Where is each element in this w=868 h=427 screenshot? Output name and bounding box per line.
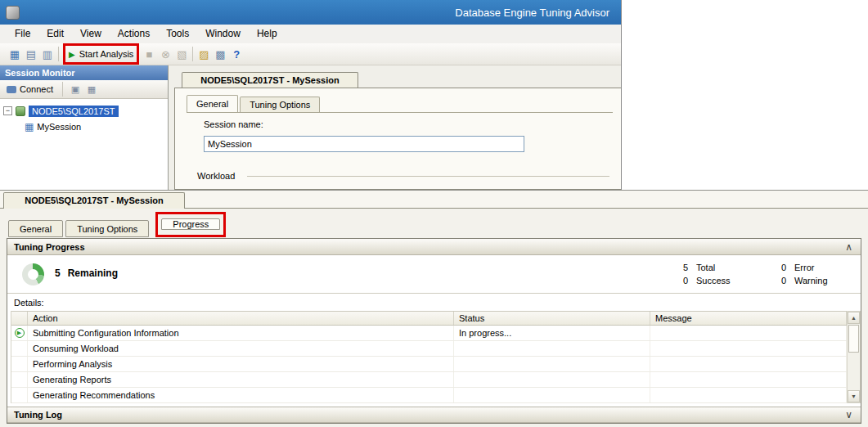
- highlight-box-start-analysis: ▶ Start Analysis: [63, 43, 139, 65]
- column-header-message[interactable]: Message: [650, 312, 847, 325]
- menu-edit[interactable]: Edit: [38, 25, 72, 43]
- progress-document-tab[interactable]: NODE5\SQL2017ST - MySession: [3, 192, 185, 209]
- stat-warning-label: Warning: [794, 274, 828, 287]
- column-header-status[interactable]: Status: [454, 312, 650, 325]
- menu-tools[interactable]: Tools: [158, 25, 197, 43]
- tree-row-session[interactable]: ▦ MySession: [0, 119, 168, 134]
- stat-error: 0 Error: [778, 261, 828, 274]
- monitor-sessions-icon[interactable]: ▤: [23, 46, 39, 62]
- tuning-progress-section-bar[interactable]: Tuning Progress ∧: [7, 239, 861, 255]
- session-document-panel: General Tuning Options Session name: Wor…: [174, 88, 621, 190]
- workload-groupbox-label: Workload: [197, 171, 235, 181]
- table-row[interactable]: Generating Reports: [11, 372, 847, 388]
- cell-message: [650, 326, 847, 340]
- row-indicator-cell: ▶: [11, 326, 28, 340]
- start-analysis-button[interactable]: ▶ Start Analysis: [69, 49, 133, 59]
- menu-view[interactable]: View: [72, 25, 110, 43]
- clone-session-icon[interactable]: ▧: [173, 46, 190, 62]
- progress-panel: Tuning Progress ∧ 5 Remaining 5 Total 0: [7, 238, 861, 424]
- help-icon[interactable]: ?: [228, 46, 245, 62]
- stat-error-value: 0: [778, 261, 786, 274]
- table-row[interactable]: Consuming Workload: [11, 341, 847, 357]
- cell-message: [650, 388, 847, 402]
- tab-tuning-options[interactable]: Tuning Options: [240, 97, 320, 112]
- tab-general-bottom[interactable]: General: [8, 220, 63, 237]
- column-header-action[interactable]: Action: [28, 312, 454, 325]
- menu-actions[interactable]: Actions: [110, 25, 158, 43]
- stats-column-1: 5 Total 0 Success: [680, 261, 731, 287]
- scroll-up-icon[interactable]: ▲: [848, 312, 860, 324]
- tree-expander-icon[interactable]: −: [3, 106, 12, 115]
- cell-status: [454, 388, 650, 402]
- tuning-advisor-main-window: Database Engine Tuning Advisor File Edit…: [0, 0, 622, 190]
- title-bar[interactable]: Database Engine Tuning Advisor: [0, 0, 621, 25]
- cancel-analysis-icon[interactable]: ⊗: [157, 46, 173, 62]
- cell-message: [650, 341, 847, 356]
- menu-file[interactable]: File: [7, 25, 38, 43]
- row-indicator-cell: [11, 388, 28, 402]
- app-icon: [6, 6, 20, 20]
- server-node-label[interactable]: NODE5\SQL2017ST: [29, 106, 119, 117]
- preview-workload-icon[interactable]: ▥: [39, 46, 56, 62]
- document-area: NODE5\SQL2017ST - MySession General Tuni…: [169, 65, 621, 190]
- cell-status: [454, 341, 650, 356]
- cell-action: Consuming Workload: [28, 341, 454, 356]
- new-session-icon[interactable]: ▦: [7, 46, 23, 62]
- export-options-icon[interactable]: ▩: [212, 46, 228, 62]
- import-options-icon[interactable]: ▨: [196, 46, 212, 62]
- menu-help[interactable]: Help: [249, 25, 286, 43]
- table-scrollbar[interactable]: ▲ ▼: [847, 311, 861, 403]
- collapse-chevron-icon[interactable]: ∧: [845, 242, 852, 252]
- progress-summary: 5 Remaining 5 Total 0 Success 0: [7, 255, 861, 294]
- scroll-down-icon[interactable]: ▼: [848, 390, 860, 402]
- progress-details-table: Action Status Message ▶ Submitting Confi…: [11, 311, 847, 403]
- in-progress-icon: ▶: [15, 328, 25, 338]
- expand-chevron-icon[interactable]: ∨: [845, 410, 852, 420]
- session-node-label[interactable]: MySession: [37, 122, 81, 132]
- remaining-counter: 5 Remaining: [55, 267, 118, 279]
- workload-groupbox-line: [247, 176, 609, 177]
- table-row[interactable]: Performing Analysis: [11, 357, 847, 372]
- stop-analysis-icon[interactable]: ■: [141, 46, 157, 62]
- progress-view-window: NODE5\SQL2017ST - MySession General Tuni…: [0, 190, 868, 427]
- session-monitor-title: Session Monitor: [5, 68, 75, 78]
- menu-window[interactable]: Window: [197, 25, 249, 43]
- connect-button[interactable]: Connect: [3, 83, 56, 95]
- menu-bar: File Edit View Actions Tools Window Help: [0, 25, 621, 43]
- cell-message: [650, 357, 847, 371]
- tab-general[interactable]: General: [187, 95, 238, 112]
- table-row[interactable]: Generating Recommendations: [11, 388, 847, 403]
- table-row[interactable]: ▶ Submitting Configuration Information I…: [11, 326, 847, 341]
- tuning-log-section-bar[interactable]: Tuning Log ∨: [7, 407, 861, 423]
- table-header-row: Action Status Message: [11, 311, 847, 326]
- stat-success-label: Success: [696, 274, 731, 287]
- progress-tabstrip: General Tuning Options Progress: [8, 212, 226, 237]
- session-monitor-header: Session Monitor: [0, 65, 168, 80]
- tab-progress[interactable]: Progress: [161, 218, 220, 230]
- window-title: Database Engine Tuning Advisor: [455, 7, 609, 19]
- session-monitor-toolbar: Connect ▣ ▦: [0, 80, 168, 99]
- stat-warning: 0 Warning: [778, 274, 828, 287]
- cell-status: [454, 372, 650, 387]
- stat-success-value: 0: [680, 274, 688, 287]
- cell-status: In progress...: [454, 326, 650, 340]
- stat-error-label: Error: [794, 261, 814, 274]
- remaining-label: Remaining: [68, 267, 118, 279]
- progress-spinner-icon: [22, 263, 44, 285]
- stat-total-value: 5: [680, 261, 688, 274]
- session-name-input[interactable]: [204, 136, 524, 152]
- details-label: Details:: [14, 298, 44, 308]
- main-toolbar: ▦ ▤ ▥ ▶ Start Analysis ■ ⊗ ▧ ▨ ▩ ?: [0, 43, 621, 65]
- cell-action: Performing Analysis: [28, 357, 454, 371]
- tab-tuning-options-bottom[interactable]: Tuning Options: [65, 220, 149, 237]
- scrollbar-thumb[interactable]: [848, 325, 859, 353]
- sm-toolbar-separator: [62, 82, 63, 97]
- cell-action: Generating Reports: [28, 372, 454, 387]
- refresh-sessions-icon[interactable]: ▦: [85, 84, 98, 95]
- tree-row-server[interactable]: − NODE5\SQL2017ST: [0, 103, 168, 119]
- session-document-tab[interactable]: NODE5\SQL2017ST - MySession: [182, 72, 358, 88]
- disconnect-icon[interactable]: ▣: [69, 84, 82, 95]
- stats-column-2: 0 Error 0 Warning: [778, 261, 828, 287]
- stat-total: 5 Total: [680, 261, 731, 274]
- stat-warning-value: 0: [778, 274, 786, 287]
